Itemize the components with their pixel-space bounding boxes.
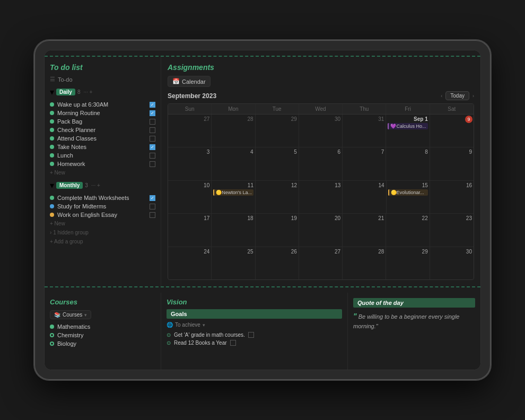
courses-dropdown-icon: ▾ — [84, 312, 87, 318]
cal-cell-sep11[interactable]: 11 🟡Newton's La... — [212, 181, 256, 213]
cal-cell[interactable]: 17 — [168, 214, 212, 246]
course-name: Chemistry — [57, 332, 84, 338]
next-month-icon[interactable]: › — [472, 93, 474, 99]
to-achieve-label: To achieve — [175, 322, 200, 328]
cal-cell-sep15[interactable]: 15 🟡Evolutionar... — [387, 181, 430, 213]
item-checkbox[interactable] — [150, 161, 155, 167]
todo-item: Work on English Essay — [50, 211, 155, 219]
cal-cell[interactable]: 31 — [343, 115, 386, 147]
cal-cell[interactable]: 29 — [256, 115, 299, 147]
course-chemistry[interactable]: Chemistry — [50, 331, 155, 339]
cal-cell[interactable]: 30 — [430, 247, 474, 279]
day-header-tue: Tue — [256, 104, 299, 114]
day-header-sat: Sat — [430, 104, 474, 114]
item-checkbox[interactable] — [150, 102, 155, 108]
cal-week-1: 27 28 29 30 31 Sep 1 💜Calculus Ho... — [168, 115, 474, 147]
today-button[interactable]: Today — [445, 91, 469, 100]
day-header-wed: Wed — [299, 104, 343, 114]
item-checkbox[interactable] — [150, 204, 155, 209]
notification-badge: 9 — [465, 116, 472, 123]
item-checkbox[interactable] — [150, 212, 155, 218]
cal-cell[interactable]: 25 — [212, 247, 255, 279]
cal-week-4: 17 18 19 20 21 22 23 — [168, 214, 474, 247]
monthly-label: Monthly — [56, 182, 83, 189]
cal-week-2: 3 4 5 6 7 8 9 — [168, 147, 474, 180]
day-header-fri: Fri — [386, 104, 430, 114]
prev-month-icon[interactable]: ‹ — [441, 93, 442, 99]
cal-cell[interactable]: 22 — [386, 214, 430, 246]
item-checkbox[interactable] — [150, 195, 155, 201]
calendar-tab[interactable]: 📅 Calendar — [168, 76, 211, 87]
goal-checkbox[interactable] — [230, 340, 236, 346]
cal-cell[interactable]: 28 — [343, 247, 386, 279]
cal-cell[interactable]: 7 — [343, 147, 386, 180]
cal-cell[interactable]: 27 — [168, 115, 212, 147]
todo-tab-label[interactable]: To-do — [58, 76, 73, 83]
item-dot — [50, 145, 54, 149]
cal-cell[interactable]: 16 — [430, 181, 474, 213]
cal-cell[interactable]: 12 — [256, 181, 299, 213]
item-dot — [50, 111, 54, 115]
item-dot — [50, 162, 54, 166]
monthly-items: Complete Math Worksheets Study for Midte… — [50, 194, 155, 219]
courses-tab[interactable]: 📚 Courses ▾ — [50, 310, 91, 319]
cal-cell[interactable]: 5 — [256, 147, 299, 180]
item-checkbox[interactable] — [150, 144, 155, 150]
cal-cell[interactable]: 10 — [168, 181, 212, 213]
tablet-frame: To do list ☰ To-do ▾ Daily 8 ··· + Wake … — [34, 40, 491, 380]
course-mathematics[interactable]: Mathematics — [50, 322, 155, 331]
courses-icon: 📚 — [54, 312, 60, 318]
cal-cell[interactable]: 19 — [256, 214, 299, 246]
cal-cell[interactable]: 23 — [430, 214, 474, 246]
cal-cell[interactable]: 6 — [299, 147, 343, 180]
cal-cell-sep2[interactable]: 2 9 — [430, 115, 474, 147]
hidden-group-toggle[interactable]: › 1 hidden group — [50, 228, 155, 237]
course-name: Biology — [57, 340, 76, 347]
item-dot — [50, 128, 54, 132]
item-checkbox[interactable] — [150, 110, 155, 116]
cal-cell[interactable]: 13 — [299, 181, 343, 213]
cal-cell[interactable]: 8 — [386, 147, 430, 180]
cal-cell[interactable]: 30 — [299, 115, 343, 147]
cal-cell[interactable]: 27 — [299, 247, 343, 279]
monthly-chevron: ▾ — [50, 180, 54, 190]
chem-dot — [50, 333, 54, 337]
cal-cell[interactable]: 18 — [212, 214, 255, 246]
cal-cell[interactable]: 9 — [430, 147, 474, 180]
item-label: Take Notes — [57, 144, 146, 150]
calendar-tab-label: Calendar — [182, 78, 206, 85]
todo-item: Wake up at 6:30AM — [50, 100, 155, 109]
cal-cell-sep1[interactable]: Sep 1 💜Calculus Ho... — [386, 115, 430, 147]
cal-cell[interactable]: 20 — [299, 214, 343, 246]
cal-cell[interactable]: 29 — [386, 247, 430, 279]
cal-cell[interactable]: 4 — [212, 147, 255, 180]
goal-checkbox[interactable] — [248, 332, 254, 338]
item-checkbox[interactable] — [150, 136, 155, 142]
event-evolutionary[interactable]: 🟡Evolutionar... — [388, 189, 428, 196]
item-checkbox[interactable] — [150, 127, 155, 133]
cal-cell[interactable]: 3 — [168, 147, 212, 180]
monthly-add-new[interactable]: + New — [50, 219, 155, 228]
event-emoji: 💜 — [390, 124, 396, 129]
calendar-grid: Sun Mon Tue Wed Thu Fri Sat 27 28 29 — [168, 103, 474, 280]
daily-add-new[interactable]: + New — [50, 168, 155, 177]
item-checkbox[interactable] — [150, 119, 155, 125]
add-group-button[interactable]: + Add a group — [50, 237, 155, 246]
event-newton[interactable]: 🟡Newton's La... — [213, 189, 253, 196]
course-biology[interactable]: Biology — [50, 339, 155, 348]
vision-panel: Vision Goals 🌐 To achieve ▾ ⊙ Get 'A' gr… — [161, 293, 348, 370]
cal-cell[interactable]: 24 — [168, 247, 212, 279]
math-dot — [50, 325, 54, 329]
event-calculus[interactable]: 💜Calculus Ho... — [388, 123, 427, 129]
courses-title: Courses — [50, 298, 155, 306]
cal-cell[interactable]: 14 — [343, 181, 386, 213]
daily-actions: ··· + — [83, 89, 92, 95]
item-checkbox[interactable] — [150, 153, 155, 159]
cal-cell[interactable]: 28 — [212, 115, 255, 147]
cal-cell[interactable]: 21 — [343, 214, 386, 246]
monthly-actions: ··· + — [91, 182, 100, 188]
quote-mark: " — [353, 312, 357, 320]
quote-panel: Quote of the day " Be willing to be a be… — [348, 293, 480, 370]
cal-cell[interactable]: 26 — [256, 247, 299, 279]
todo-item: Lunch — [50, 151, 155, 160]
